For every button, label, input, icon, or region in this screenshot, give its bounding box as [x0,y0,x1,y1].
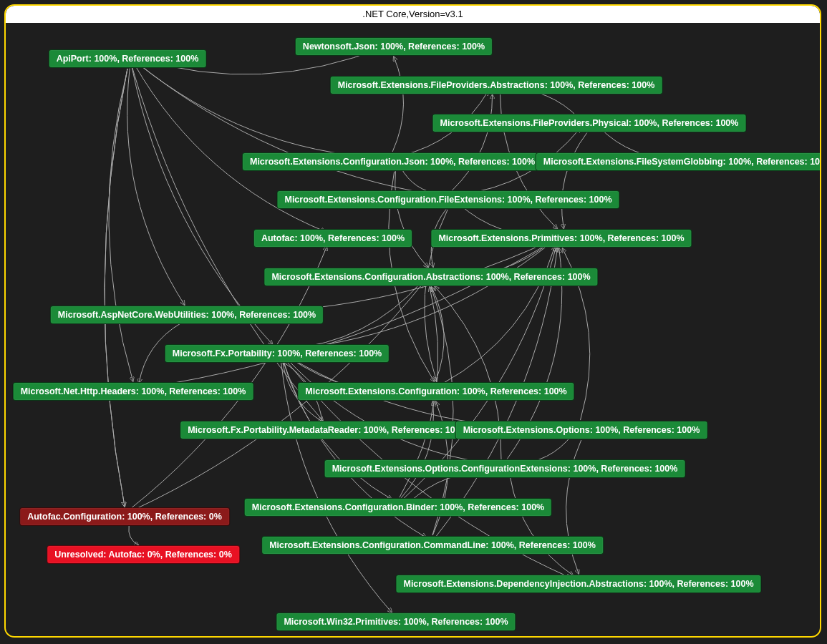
graph-node[interactable]: Microsoft.Extensions.Configuration.FileE… [276,190,619,209]
graph-node[interactable]: Microsoft.Extensions.Configuration.Binde… [244,498,552,517]
graph-node[interactable]: Newtonsoft.Json: 100%, References: 100% [295,37,493,56]
graph-edge [392,57,403,152]
graph-node-label: Microsoft.Fx.Portability.MetadataReader:… [188,425,468,435]
graph-node[interactable]: Microsoft.Extensions.Primitives: 100%, R… [430,229,692,248]
graph-node-label: Microsoft.Extensions.Configuration.Json:… [250,157,535,167]
graph-node[interactable]: Microsoft.Extensions.Configuration.Json:… [242,152,543,171]
graph-node[interactable]: Microsoft.AspNetCore.WebUtilities: 100%,… [50,306,324,324]
graph-node-label: Microsoft.Extensions.Primitives: 100%, R… [438,233,684,243]
graph-edge [442,246,555,384]
graph-node[interactable]: Microsoft.Extensions.Configuration: 100%… [297,382,574,401]
graph-node[interactable]: Autofac.Configuration: 100%, References:… [19,507,230,526]
graph-edge [561,133,586,229]
graph-node-label: Microsoft.Extensions.FileSystemGlobbing:… [543,157,821,167]
graph-node[interactable]: Microsoft.Extensions.FileProviders.Abstr… [330,76,663,94]
graph-edge [105,69,127,507]
graph-node[interactable]: Microsoft.Net.Http.Headers: 100%, Refere… [13,382,254,401]
graph-node-label: Microsoft.Net.Http.Headers: 100%, Refere… [21,386,246,396]
graph-node-label: Microsoft.Extensions.Configuration.Comma… [269,540,596,550]
graph-edge [129,526,139,546]
graph-node-label: Autofac.Configuration: 100%, References:… [27,512,222,522]
diagram-frame: .NET Core,Version=v3.1 ApiPort: 100%, Re… [4,4,821,638]
graph-node-label: Microsoft.Extensions.Configuration.Binde… [252,502,544,512]
graph-edge [109,69,133,381]
graph-node-label: Microsoft.Extensions.Configuration: 100%… [305,386,566,396]
graph-edge [395,171,428,267]
graph-node-label: Microsoft.Extensions.Options: 100%, Refe… [463,425,700,435]
graph-node[interactable]: Unresolved: Autofac: 0%, References: 0% [47,545,240,564]
graph-edge [286,242,552,349]
graph-node[interactable]: Microsoft.Win32.Primitives: 100%, Refere… [276,613,516,631]
graph-edge [286,358,495,464]
graph-node[interactable]: Autofac: 100%, References: 100% [253,229,412,248]
graph-node-label: Microsoft.Extensions.Configuration.Abstr… [271,272,590,282]
graph-node[interactable]: Microsoft.Fx.Portability: 100%, Referenc… [165,344,390,363]
graph-edge [127,69,185,306]
graph-node[interactable]: Microsoft.Extensions.Options.Configurati… [324,459,686,478]
graph-edge [511,477,574,575]
graph-node-label: Microsoft.Extensions.Options.Configurati… [332,464,678,474]
graph-node-label: Microsoft.Extensions.DependencyInjection… [403,579,753,589]
graph-node[interactable]: Microsoft.Extensions.FileProviders.Physi… [432,114,747,132]
graph-edge [401,401,433,497]
graph-node[interactable]: Microsoft.Fx.Portability.MetadataReader:… [180,421,476,439]
graph-node-label: ApiPort: 100%, References: 100% [57,54,199,64]
graph-node[interactable]: Microsoft.Extensions.FileSystemGlobbing:… [536,152,821,171]
graph-node-label: Microsoft.Extensions.FileProviders.Physi… [440,118,739,128]
graph-node-label: Newtonsoft.Json: 100%, References: 100% [303,42,485,52]
graph-node[interactable]: Microsoft.Extensions.Configuration.Comma… [261,536,604,555]
graph-edge [452,94,492,190]
graph-node[interactable]: Microsoft.Extensions.Options: 100%, Refe… [455,421,708,439]
graph-node-label: Microsoft.Extensions.FileProviders.Abstr… [338,80,655,90]
graph-edge [432,287,444,381]
graph-node-label: Microsoft.Fx.Portability: 100%, Referenc… [173,348,382,358]
graph-node-label: Autofac: 100%, References: 100% [261,233,405,243]
graph-node[interactable]: Microsoft.Extensions.Configuration.Abstr… [263,268,598,286]
graph-node-label: Microsoft.Extensions.Configuration.FileE… [284,195,611,205]
graph-edge [105,69,127,507]
diagram-title: .NET Core,Version=v3.1 [6,6,820,23]
graph-node-label: Microsoft.AspNetCore.WebUtilities: 100%,… [58,310,316,320]
graph-node-label: Unresolved: Autofac: 0%, References: 0% [54,550,232,560]
diagram-canvas[interactable]: ApiPort: 100%, References: 100%Newtonsof… [6,23,820,636]
graph-edge [132,67,272,344]
graph-node-label: Microsoft.Win32.Primitives: 100%, Refere… [284,617,508,627]
graph-node[interactable]: ApiPort: 100%, References: 100% [49,49,207,68]
graph-node[interactable]: Microsoft.Extensions.DependencyInjection… [395,575,761,593]
